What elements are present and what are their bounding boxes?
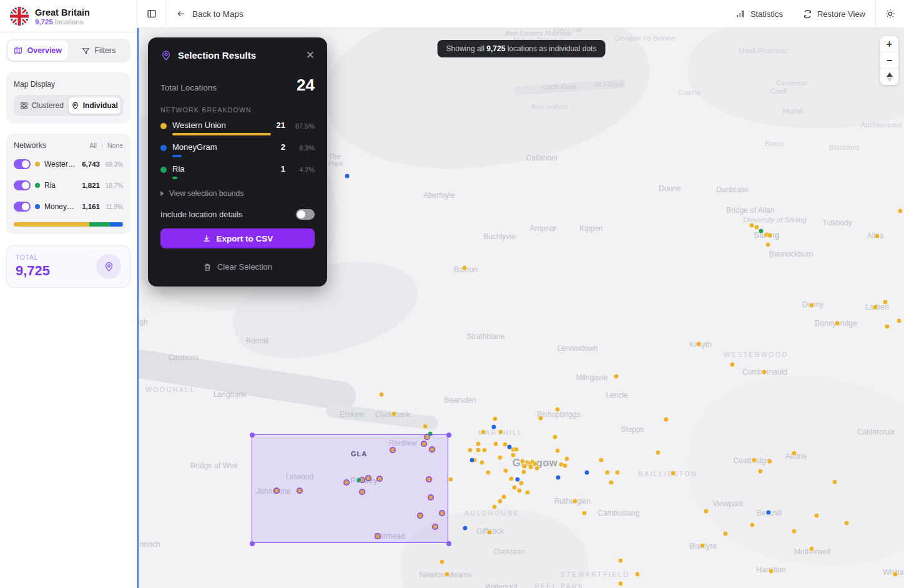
compass-button[interactable]: [880, 69, 898, 85]
map-dot[interactable]: [897, 319, 902, 323]
map-dot[interactable]: [845, 521, 849, 526]
map-dot[interactable]: [810, 303, 814, 308]
map-dot[interactable]: [792, 529, 797, 534]
map-dot[interactable]: [509, 477, 514, 481]
map-dot[interactable]: [759, 229, 764, 233]
select-all-link[interactable]: All: [89, 142, 97, 149]
map-dot[interactable]: [449, 478, 453, 482]
tab-overview[interactable]: Overview: [8, 41, 68, 61]
map-dot[interactable]: [392, 412, 396, 416]
map-dot[interactable]: [833, 480, 837, 484]
map-dot[interactable]: [768, 233, 772, 238]
map-dot[interactable]: [470, 458, 474, 463]
restore-view-button[interactable]: Restore View: [793, 9, 875, 19]
map-dot[interactable]: [511, 453, 516, 458]
map-dot[interactable]: [614, 375, 619, 379]
map-dot[interactable]: [769, 569, 774, 574]
map-dot[interactable]: [508, 445, 512, 449]
map-dot[interactable]: [636, 572, 640, 577]
include-details-toggle[interactable]: [296, 209, 315, 220]
map-dot[interactable]: [519, 481, 524, 486]
map-dot[interactable]: [767, 511, 771, 515]
map-dot[interactable]: [483, 448, 487, 453]
selection-handle[interactable]: [250, 433, 255, 438]
map-dot[interactable]: [533, 462, 538, 466]
map-dot[interactable]: [498, 456, 503, 460]
map-dot[interactable]: [768, 459, 772, 464]
map-dot[interactable]: [556, 476, 561, 480]
map-canvas[interactable]: Ben Lawers NationalNature ReserveLoch Ta…: [137, 28, 904, 588]
map-dot[interactable]: [493, 417, 498, 421]
network-toggle[interactable]: [14, 202, 31, 212]
zoom-in-button[interactable]: +: [880, 36, 898, 52]
map-dot[interactable]: [498, 499, 503, 504]
map-dot[interactable]: [792, 451, 797, 456]
map-dot[interactable]: [759, 469, 763, 474]
map-dot[interactable]: [671, 471, 676, 476]
map-dot[interactable]: [873, 305, 878, 310]
map-dot[interactable]: [616, 471, 620, 475]
map-dot[interactable]: [380, 393, 384, 397]
map-dot[interactable]: [755, 225, 759, 230]
map-dot[interactable]: [762, 370, 767, 375]
theme-toggle-button[interactable]: [876, 0, 904, 27]
select-none-link[interactable]: None: [107, 142, 123, 149]
sidebar-toggle-button[interactable]: [137, 0, 165, 27]
map-dot[interactable]: [476, 442, 481, 446]
map-dot[interactable]: [810, 547, 814, 551]
map-dot[interactable]: [750, 523, 755, 527]
map-dot[interactable]: [513, 486, 517, 490]
map-dot[interactable]: [529, 465, 533, 469]
zoom-out-button[interactable]: −: [880, 52, 898, 69]
selection-handle[interactable]: [250, 541, 255, 546]
export-csv-button[interactable]: Export to CSV: [160, 228, 315, 248]
map-dot[interactable]: [521, 459, 525, 464]
network-toggle[interactable]: [14, 159, 31, 169]
map-dot[interactable]: [481, 430, 486, 434]
map-dot[interactable]: [518, 489, 522, 493]
map-dot[interactable]: [573, 499, 577, 504]
map-dot[interactable]: [480, 461, 484, 465]
map-dot[interactable]: [488, 531, 492, 535]
selection-handle[interactable]: [446, 433, 451, 438]
map-dot[interactable]: [563, 464, 567, 468]
map-dot[interactable]: [486, 471, 491, 475]
map-dot[interactable]: [522, 470, 526, 474]
map-dot[interactable]: [599, 458, 604, 463]
map-dot[interactable]: [585, 471, 589, 475]
tab-filters[interactable]: Filters: [69, 41, 129, 61]
map-dot[interactable]: [445, 572, 450, 577]
map-dot[interactable]: [815, 514, 819, 518]
map-dot[interactable]: [514, 448, 519, 452]
statistics-button[interactable]: Statistics: [726, 9, 793, 19]
clustered-button[interactable]: Clustered: [16, 97, 68, 114]
map-dot[interactable]: [619, 559, 623, 563]
map-dot[interactable]: [493, 505, 497, 509]
map-dot[interactable]: [504, 469, 508, 473]
map-dot[interactable]: [556, 449, 560, 453]
map-dot[interactable]: [499, 430, 503, 434]
individual-button[interactable]: Individual: [68, 97, 122, 114]
map-dot[interactable]: [700, 544, 705, 548]
map-dot[interactable]: [704, 509, 709, 514]
map-dot[interactable]: [898, 209, 903, 213]
map-dot[interactable]: [539, 416, 543, 421]
map-dot[interactable]: [345, 174, 350, 179]
map-dot[interactable]: [752, 458, 757, 463]
map-dot[interactable]: [656, 451, 661, 455]
map-dot[interactable]: [494, 442, 498, 446]
map-dot[interactable]: [553, 435, 558, 439]
map-dot[interactable]: [875, 234, 880, 238]
map-dot[interactable]: [724, 532, 728, 536]
map-dot[interactable]: [535, 466, 539, 471]
map-dot[interactable]: [463, 266, 467, 270]
map-dot[interactable]: [750, 223, 754, 228]
map-dot[interactable]: [609, 481, 614, 485]
map-dot[interactable]: [885, 325, 890, 329]
map-dot[interactable]: [523, 464, 527, 469]
map-dot[interactable]: [619, 582, 623, 586]
map-dot[interactable]: [526, 491, 530, 495]
map-dot[interactable]: [468, 448, 473, 453]
map-dot[interactable]: [664, 418, 669, 422]
map-dot[interactable]: [883, 300, 888, 305]
